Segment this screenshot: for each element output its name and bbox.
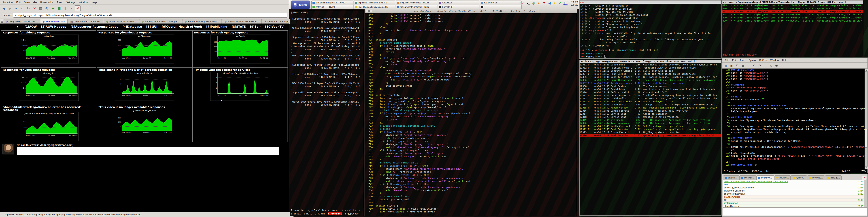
lock-icon[interactable]: ▮: [63, 6, 68, 11]
menu-item[interactable]: Help: [781, 58, 788, 62]
scroll-up-icon[interactable]: ▲: [865, 68, 868, 72]
alert-mail-row[interactable]: 480 N + Nov04 16:52 nagios@veoh.com (1.8…: [722, 19, 863, 22]
taskbar-item[interactable]: Leor Thomas | i havin some hb: [353, 5, 395, 9]
nav-link-aow[interactable]: [1]AOW: [25, 25, 37, 28]
window-shade-icon[interactable]: [369, 10, 372, 12]
url-input[interactable]: ▶ http://gypsyops1.corp.veoh/dashboard/c…: [13, 13, 287, 18]
screen-window-bar[interactable]: 0 irssi 1 mutt 2 finch 3 rTorrent 4 gyps…: [291, 212, 363, 215]
chat-input[interactable]: [723, 208, 867, 216]
menu-item[interactable]: Location: [1, 1, 14, 4]
rrd-graph[interactable]: 246Mon 12:00Tue 00:00Tue 12:00gui:stopTh…: [97, 72, 192, 101]
mail-row[interactable]: 12309 O Nov04 14:06 David Blood (4.4K) n…: [580, 88, 721, 91]
sep[interactable]: [763, 63, 768, 68]
menu-item[interactable]: Window: [769, 58, 780, 62]
menu-item[interactable]: Help: [90, 1, 98, 4]
mail-row[interactable]: 12310 Nov04 14:19 Jeff Mirwaisi ( 78) Co…: [580, 91, 721, 94]
rrd-graph[interactable]: 100200300Mon 12:00Tue 00:00Tue 12:00gui:…: [193, 35, 287, 63]
mail-row[interactable]: 12322 N Nov04 15:56 Paul Sorokin (3.9K) …: [580, 128, 721, 131]
menu-item[interactable]: Edit: [14, 1, 22, 4]
konqueror-throbber-icon[interactable]: ✳: [75, 5, 81, 11]
kde-menu-button[interactable]: Menu: [291, 1, 310, 9]
rrd-graph[interactable]: 4.0 k8.0 k12 kMon 12:00Tue 00:00Tue 12:0…: [1, 72, 96, 101]
forward-icon[interactable]: ▶: [7, 6, 13, 11]
bulb-icon[interactable]: ●: [553, 1, 557, 5]
taskbar-item[interactable]: Konsole [6]: [438, 5, 479, 9]
nav-link-publishing[interactable]: [7]Publishing: [206, 25, 227, 28]
mail-row[interactable]: 12323 Nov04 16:12 Simon Ferrett ( 9) Hd_…: [580, 131, 721, 134]
browser-tab[interactable]: ▶ Dashboard - GUI: [41, 19, 68, 24]
save-all-icon[interactable]: ⧉: [735, 63, 740, 68]
home-icon[interactable]: ⌂: [521, 1, 525, 5]
alert-mail-row[interactable]: 475 N + Nov04 16:19 nagios@veoh.com (1.8…: [722, 4, 863, 7]
sep[interactable]: [746, 63, 751, 68]
taskbar-item[interactable]: notes.txt (~) - GVIM: [311, 5, 353, 9]
scroll-down-icon[interactable]: ▼: [865, 166, 868, 169]
undo-icon[interactable]: ↶: [751, 63, 756, 68]
alert-mail-row[interactable]: 477 N + Nov04 16:29 nagios@veoh.com (1.8…: [722, 10, 863, 13]
menu-item[interactable]: Tools: [55, 1, 64, 4]
chat-tab[interactable]: voot/Mee...: [807, 176, 825, 180]
menu-item[interactable]: Edit: [731, 58, 738, 62]
nav-link-database[interactable]: [4]Database: [122, 25, 142, 28]
menu-item[interactable]: Settings: [65, 1, 77, 4]
close-tab-icon[interactable]: ✕: [862, 176, 867, 180]
menu-item[interactable]: File: [723, 58, 731, 62]
redo-icon[interactable]: ↷: [757, 63, 762, 68]
mail-row[interactable]: 12312 Nov04 14:20 David Muller ( 142) Tw…: [580, 97, 721, 100]
zoom-in-icon[interactable]: ✚: [50, 6, 56, 11]
konsole-titlebar[interactable]: :: vladi@veohbox :: /home/vladi/svn/Ops/…: [365, 9, 577, 13]
back-arrow-icon[interactable]: ◀: [547, 1, 551, 5]
rrd-graph[interactable]: 123Mon 12:00Tue 00:00Tue 12:00gui:SolrSe…: [193, 72, 287, 101]
find-icon[interactable]: ◎: [44, 6, 50, 11]
mail-row[interactable]: 12311 O Nov04 14:20 Derek Boonstra (5.6K…: [580, 94, 721, 97]
mail-row[interactable]: 12307 O F Nov04 13:43 To changecontro (1…: [580, 82, 721, 85]
globe-icon[interactable]: ◍: [532, 1, 536, 5]
mail-row[interactable]: 12302 O Nov04 11:44 Patrick Connoll (8.9…: [580, 66, 721, 69]
back-icon[interactable]: ◀: [1, 6, 6, 11]
alert-mail-row[interactable]: 479 N + Nov04 16:47 nagios@veoh.com (1.8…: [722, 16, 863, 19]
menu-item[interactable]: Window: [77, 1, 90, 4]
taskbar-item[interactable]: Konqueror [3] ▾: [480, 1, 522, 5]
taskbar-item[interactable]: Audacious: [438, 1, 479, 5]
mail-row[interactable]: 12313 N Nov04 14:35 Jonathon Campbe (8.1…: [580, 100, 721, 103]
browser-tab[interactable]: ▶ Bug 18061 – Oracle DB ...: [4, 19, 40, 24]
browser-tab[interactable]: ◍ HBase Master: HBaseMem...: [222, 19, 262, 24]
mail-row[interactable]: 12306 + Nov04 13:20 Leor Thomas via ( 28…: [580, 79, 721, 82]
rrd-graph[interactable]: 4008001.2 kMon 12:00Tue 00:00Tue 12:00gu…: [1, 35, 96, 63]
mail-row[interactable]: 12303 O Nov04 11:56 Jonathon Campbe (5.8…: [580, 69, 721, 72]
konsole-icon[interactable]: ▸_: [526, 1, 530, 5]
vim-buffer[interactable]: 687 echo "util1" >> /etc/ntp/step-ticker…: [366, 13, 576, 213]
taskbar-item[interactable]: brandon.harris (Online) - Kope: [311, 1, 353, 5]
chat-tab[interactable]: brandon....: [756, 176, 774, 180]
taskbar-item[interactable]: Bogofilter Home Page - Mozill: [396, 1, 437, 5]
chat-tab[interactable]: part.dur...: [723, 176, 739, 180]
scroll-thumb[interactable]: [865, 129, 867, 148]
mail-row[interactable]: 12317 Nov04 15:17 Carlos Diaz ( 97) Cdia…: [580, 112, 721, 115]
taskbar-item[interactable]: mail.aresgate.net/inbox - KMa: [396, 5, 437, 9]
browser-tab[interactable]: ◍ veoh - Revision 44345:...: [104, 19, 139, 24]
menu-item[interactable]: Bookmarks: [39, 1, 55, 4]
mail-row[interactable]: 12305 Nov04 13:01 Jennifer Johnst ( 389)…: [580, 75, 721, 79]
fullscreen-icon[interactable]: ▣: [56, 6, 62, 11]
pause-button[interactable]: ||: [6, 25, 11, 28]
print-icon[interactable]: ▤: [740, 63, 745, 68]
nav-link-veohtv[interactable]: [10]VeohTV: [265, 25, 283, 28]
menu-item[interactable]: Syntax: [747, 58, 757, 62]
chat-tab[interactable]: milko.ge...: [825, 176, 842, 180]
nav-link-state[interactable]: [8]STATE: [231, 25, 246, 28]
nav-link-health[interactable]: [6]Overall Health of Veoh: [162, 25, 202, 28]
check-icon[interactable]: ✔: [558, 1, 562, 5]
browser-tab[interactable]: ▦ Prod Hadoop - Veoh Wiki: [68, 19, 103, 24]
chat-tab[interactable]: kyle.ser...: [791, 176, 807, 180]
rrd-graph[interactable]: 50100150Mon 12:00Tue 00:00Tue 12:00gui:v…: [97, 109, 192, 138]
mail-icon[interactable]: ✉ 13107: [563, 1, 567, 5]
chat-tab[interactable]: paul.sor...: [775, 176, 790, 180]
menu-item[interactable]: View: [23, 1, 31, 4]
nav-link-aow-hadoop[interactable]: [2]AOW Hadoop: [41, 25, 66, 28]
split-view-icon[interactable]: ◑: [69, 6, 74, 11]
mail-row[interactable]: 12301 O Nov04 11:40 Gaude Paez ( 23K) Gl…: [580, 63, 721, 66]
print-icon[interactable]: ▤: [38, 6, 43, 11]
mail-row[interactable]: 12319 T Nov04 15:44 Jim Goode ( 287) RE:…: [580, 119, 721, 122]
mail-row[interactable]: 12324 Nov04 16:12 Paul Sorokin ( 67) qat…: [580, 134, 721, 137]
chat-tab[interactable]: iwo.iwas...: [739, 176, 756, 180]
